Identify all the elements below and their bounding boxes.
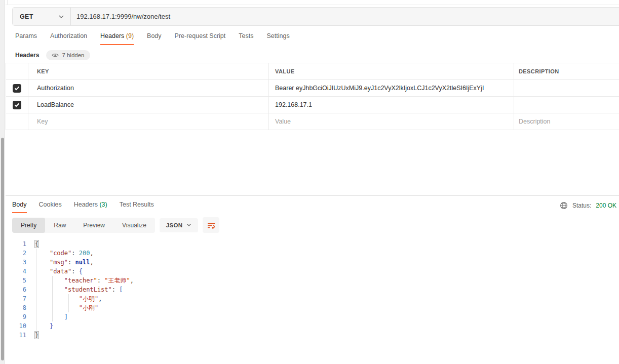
status-label: Status: [572,202,591,209]
language-label: JSON [166,222,183,228]
view-visualize[interactable]: Visualize [113,218,155,233]
left-scrollbar-thumb[interactable] [1,138,4,360]
code-lines: 1{2 "code": 200,3 "msg": null,4 "data": … [6,239,619,340]
tab-pre-request-script[interactable]: Pre-request Script [175,32,226,45]
tab-test-results[interactable]: Test Results [120,201,154,213]
tab-settings[interactable]: Settings [266,32,289,45]
header-checkbox-cell [6,63,28,79]
line-number: 3 [6,258,35,267]
line-number: 6 [6,285,35,294]
key-placeholder[interactable]: Key [37,118,48,125]
indent-guide [52,276,53,321]
code-line: 4 "data": { [6,267,619,276]
view-preview[interactable]: Preview [74,218,113,233]
row-checkbox[interactable] [13,84,21,93]
row-checkbox[interactable] [13,101,21,109]
tab-authorization[interactable]: Authorization [50,32,87,45]
table-header-row: KEY VALUE DESCRIPTION [6,63,619,80]
code-line: 9 ] [6,312,619,321]
line-number: 7 [6,294,35,303]
headers-section-title: Headers [15,52,39,59]
hidden-headers-toggle[interactable]: 7 hidden [46,50,90,60]
code-line: 3 "msg": null, [6,258,619,267]
view-mode-control: Pretty Raw Preview Visualize [12,218,155,233]
chevron-down-icon [186,223,191,227]
view-pretty[interactable]: Pretty [12,218,45,233]
globe-icon[interactable] [560,201,568,210]
method-label: GET [20,13,33,20]
headers-count: (9) [126,32,134,39]
header-key[interactable]: LoadBalance [37,101,74,108]
code-line: 8 "小刚" [6,303,619,312]
line-number: 4 [6,267,35,276]
header-key[interactable]: Authorization [37,85,74,92]
response-status: Status: 200 OK [560,201,616,210]
line-number: 8 [6,303,35,312]
wrap-lines-button[interactable] [203,217,219,233]
top-divider-band [6,0,619,5]
column-header-value: VALUE [269,63,514,79]
table-placeholder-row: Key Value Description [6,113,619,130]
code-line: 7 "小明", [6,294,619,303]
pane-divider-tick [8,0,8,5]
code-line: 11} [6,331,619,340]
column-header-key: KEY [28,63,269,79]
wrap-lines-icon [207,221,216,229]
line-number: 2 [6,249,35,258]
value-placeholder[interactable]: Value [275,118,291,125]
tab-body[interactable]: Body [147,32,162,45]
column-header-description: DESCRIPTION [514,63,619,79]
request-tabs: Params Authorization Headers (9) Body Pr… [15,32,290,45]
code-line: 6 "studentList": [ [6,285,619,294]
request-url-bar: GET 192.168.17.1:9999/nw/zone/test [12,7,619,26]
code-line: 5 "teacher": "王老师", [6,276,619,285]
table-row: LoadBalance 192.168.17.1 [6,97,619,113]
headers-subheader: Headers 7 hidden [15,50,90,60]
response-headers-count: (3) [99,201,107,208]
chevron-down-icon [58,15,64,19]
header-value[interactable]: 192.168.17.1 [275,101,312,108]
headers-table: KEY VALUE DESCRIPTION Authorization Bear… [6,63,619,130]
line-number: 1 [6,239,35,249]
code-line: 1{ [6,239,619,249]
left-scrollbar-track[interactable] [0,0,5,364]
tab-response-body[interactable]: Body [12,201,27,213]
response-toolbar: Pretty Raw Preview Visualize JSON [12,217,219,233]
tab-headers[interactable]: Headers (9) [100,32,134,45]
line-number: 11 [6,331,35,340]
header-value[interactable]: Bearer eyJhbGciOiJIUzUxMiJ9.eyJ1c2VyX2lk… [275,85,484,92]
table-row: Authorization Bearer eyJhbGciOiJIUzUxMiJ… [6,80,619,97]
line-number: 10 [6,321,35,331]
line-number: 9 [6,312,35,321]
indent-guide [36,249,36,331]
response-tabs: Body Cookies Headers (3) Test Results [12,201,154,213]
response-body-viewer[interactable]: 1{2 "code": 200,3 "msg": null,4 "data": … [6,236,619,364]
response-pane: Body Cookies Headers (3) Test Results St… [6,195,619,364]
status-value[interactable]: 200 OK [596,202,616,209]
language-selector[interactable]: JSON [160,218,199,232]
code-line: 2 "code": 200, [6,249,619,258]
eye-icon [52,53,59,58]
line-number: 5 [6,276,35,285]
url-input[interactable]: 192.168.17.1:9999/nw/zone/test [71,8,619,25]
tab-response-cookies[interactable]: Cookies [39,201,62,213]
hidden-headers-label: 7 hidden [62,52,84,58]
code-line: 10 } [6,321,619,331]
description-placeholder[interactable]: Description [519,118,551,125]
tab-response-headers[interactable]: Headers (3) [74,201,107,213]
method-selector[interactable]: GET [13,8,70,25]
tab-tests[interactable]: Tests [239,32,253,45]
indent-guide [68,294,69,312]
tab-params[interactable]: Params [15,32,37,45]
view-raw[interactable]: Raw [45,218,74,233]
